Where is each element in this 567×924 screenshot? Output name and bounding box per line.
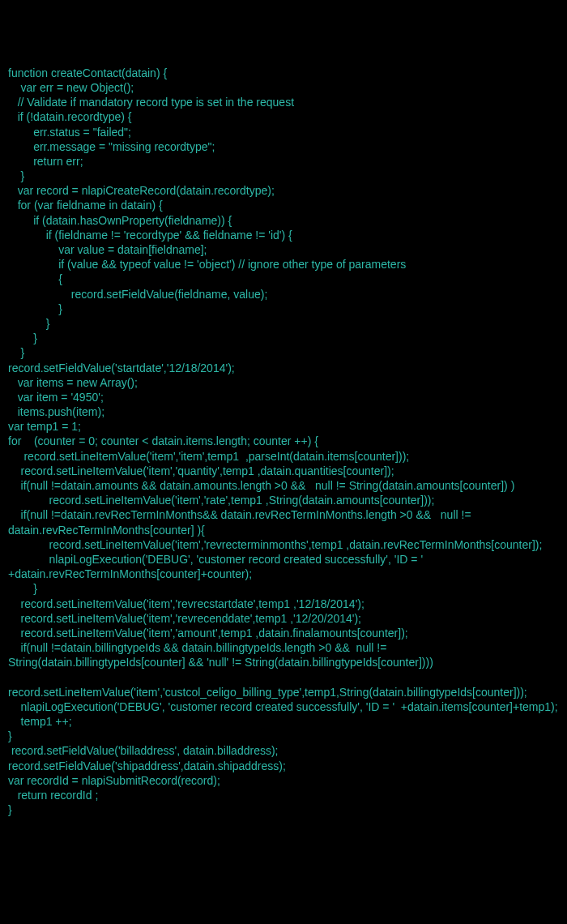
code-line: var item = '4950'; (8, 390, 559, 404)
code-line: function createContact(datain) { (8, 66, 559, 80)
code-line: return err; (8, 154, 559, 169)
code-line: items.push(item); (8, 404, 559, 419)
code-line: var value = datain[fieldname]; (8, 242, 559, 257)
code-line: err.status = "failed"; (8, 125, 559, 139)
code-line: } (8, 729, 559, 743)
code-line: if(null !=datain.revRecTermInMonths&& da… (8, 507, 559, 537)
code-line: if(null !=datain.amounts && datain.amoun… (8, 478, 559, 493)
code-line: // Validate if mandatory record type is … (8, 95, 559, 109)
code-line: for (var fieldname in datain) { (8, 198, 559, 212)
code-line: } (8, 302, 559, 316)
code-line: var recordId = nlapiSubmitRecord(record)… (8, 773, 559, 788)
code-line: record.setLineItemValue('item','custcol_… (8, 669, 559, 699)
code-line: nlapiLogExecution('DEBUG', 'customer rec… (8, 699, 559, 714)
code-line: var record = nlapiCreateRecord(datain.re… (8, 183, 559, 198)
code-line: for (counter = 0; counter < datain.items… (8, 434, 559, 448)
code-line: record.setLineItemValue('item','revrecst… (8, 597, 559, 611)
code-line: var items = new Array(); (8, 375, 559, 390)
code-line: } (8, 581, 559, 596)
code-line: var err = new Object(); (8, 80, 559, 95)
code-line: record.setLineItemValue('item','amount',… (8, 626, 559, 640)
code-line: if (!datain.recordtype) { (8, 109, 559, 124)
code-line: } (8, 169, 559, 183)
code-line: } (8, 802, 559, 817)
code-line: if (datain.hasOwnProperty(fieldname)) { (8, 213, 559, 228)
code-line: } (8, 316, 559, 331)
code-line: if (fieldname != 'recordtype' && fieldna… (8, 228, 559, 242)
code-line: if(null !=datain.billingtypeIds && datai… (8, 640, 559, 669)
code-line: record.setFieldValue('shipaddress',datai… (8, 759, 559, 773)
code-line: record.setLineItemValue('item','quantity… (8, 464, 559, 478)
code-line: { (8, 272, 559, 286)
code-line: err.message = "missing recordtype"; (8, 139, 559, 154)
code-line: record.setFieldValue('billaddress', data… (8, 743, 559, 758)
code-line: } (8, 345, 559, 360)
code-line: nlapiLogExecution('DEBUG', 'customer rec… (8, 552, 559, 581)
code-line: var temp1 = 1; (8, 419, 559, 434)
code-line: record.setLineItemValue('item','rate',te… (8, 493, 559, 507)
code-line: record.setFieldValue('startdate','12/18/… (8, 361, 559, 375)
code-line: record.setLineItemValue('item','revrecen… (8, 611, 559, 626)
code-line: } (8, 331, 559, 345)
code-line: temp1 ++; (8, 714, 559, 729)
code-block: function createContact(datain) { var err… (8, 66, 559, 818)
code-line: record.setLineItemValue('item','item',te… (8, 449, 559, 464)
code-line: record.setFieldValue(fieldname, value); (8, 287, 559, 302)
code-line: if (value && typeof value != 'object') /… (8, 257, 559, 272)
code-line: record.setLineItemValue('item','revrecte… (8, 537, 559, 552)
code-line: return recordId ; (8, 788, 559, 802)
